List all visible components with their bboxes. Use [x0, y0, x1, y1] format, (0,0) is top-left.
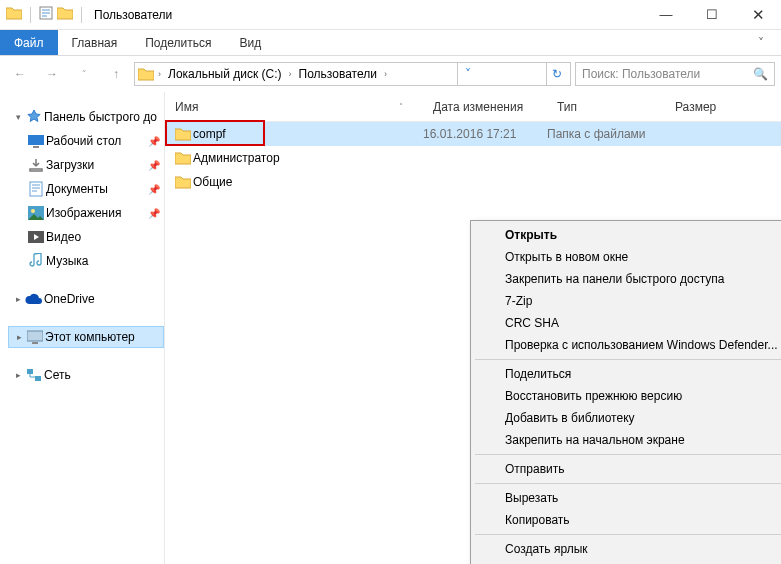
videos-icon	[26, 231, 46, 243]
menu-item-share[interactable]: Поделиться›	[473, 363, 781, 385]
menu-item-restore-version[interactable]: Восстановить прежнюю версию	[473, 385, 781, 407]
menu-separator	[475, 359, 781, 360]
pc-icon	[25, 330, 45, 344]
menu-item-cut[interactable]: Вырезать	[473, 487, 781, 509]
pin-icon: 📌	[148, 184, 160, 195]
menu-item-add-library[interactable]: Добавить в библиотеку›	[473, 407, 781, 429]
folder-icon	[165, 175, 193, 189]
address-dropdown-icon[interactable]: ˅	[457, 63, 479, 85]
sidebar-item-this-pc[interactable]: ▸ Этот компьютер	[8, 326, 164, 348]
folder-icon	[137, 67, 155, 81]
quick-access[interactable]: ▾ Панель быстрого до	[8, 106, 164, 128]
svg-rect-1	[28, 135, 44, 145]
documents-icon	[26, 181, 46, 197]
sidebar-item-videos[interactable]: Видео	[8, 226, 164, 248]
tab-file[interactable]: Файл	[0, 30, 58, 55]
column-size[interactable]: Размер	[665, 100, 745, 114]
sidebar-item-music[interactable]: Музыка	[8, 250, 164, 272]
file-pane: Имя˄ Дата изменения Тип Размер compf 16.…	[165, 92, 781, 564]
breadcrumb-folder[interactable]: Пользователи	[295, 63, 381, 85]
sidebar-item-desktop[interactable]: Рабочий стол 📌	[8, 130, 164, 152]
nav-tree: ▾ Панель быстрого до Рабочий стол 📌 Загр…	[0, 92, 165, 564]
pin-icon: 📌	[148, 208, 160, 219]
sidebar-item-documents[interactable]: Документы 📌	[8, 178, 164, 200]
expand-icon[interactable]: ▸	[12, 370, 24, 380]
context-menu: Открыть Открыть в новом окне Закрепить н…	[470, 220, 781, 564]
expand-icon[interactable]: ▸	[13, 332, 25, 342]
network-icon	[24, 368, 44, 382]
column-name[interactable]: Имя˄	[165, 100, 423, 114]
svg-rect-2	[33, 146, 39, 148]
address-bar[interactable]: › Локальный диск (C:) › Пользователи › ˅…	[134, 62, 571, 86]
maximize-button[interactable]: ☐	[689, 0, 735, 30]
column-date[interactable]: Дата изменения	[423, 100, 547, 114]
search-input[interactable]: Поиск: Пользователи 🔍	[575, 62, 775, 86]
menu-item-create-shortcut[interactable]: Создать ярлык	[473, 538, 781, 560]
menu-item-pin-start[interactable]: Закрепить на начальном экране	[473, 429, 781, 451]
menu-item-7zip[interactable]: 7-Zip›	[473, 290, 781, 312]
file-row[interactable]: Общие	[165, 170, 781, 194]
menu-item-copy[interactable]: Копировать	[473, 509, 781, 531]
expand-icon[interactable]: ▾	[12, 112, 24, 122]
menu-item-send-to[interactable]: Отправить›	[473, 458, 781, 480]
separator	[30, 7, 31, 23]
nav-history-dropdown[interactable]: ˅	[70, 60, 98, 88]
ribbon-tabs: Файл Главная Поделиться Вид ˅	[0, 30, 781, 56]
search-placeholder: Поиск: Пользователи	[582, 67, 700, 81]
sidebar-item-downloads[interactable]: Загрузки 📌	[8, 154, 164, 176]
refresh-button[interactable]: ↻	[546, 63, 568, 85]
svg-rect-9	[27, 369, 33, 374]
ribbon-toggle-icon[interactable]: ˅	[741, 30, 781, 55]
onedrive-icon	[24, 293, 44, 305]
folder-icon	[165, 127, 193, 141]
pin-icon: 📌	[148, 160, 160, 171]
tab-home[interactable]: Главная	[58, 30, 132, 55]
menu-item-delete[interactable]: Удалить	[473, 560, 781, 564]
file-date: 16.01.2016 17:21	[423, 127, 547, 141]
sidebar-item-pictures[interactable]: Изображения 📌	[8, 202, 164, 224]
music-icon	[26, 253, 46, 269]
tab-share[interactable]: Поделиться	[131, 30, 225, 55]
menu-item-pin-quick-access[interactable]: Закрепить на панели быстрого доступа	[473, 268, 781, 290]
sidebar-item-onedrive[interactable]: ▸ OneDrive	[8, 288, 164, 310]
column-type[interactable]: Тип	[547, 100, 665, 114]
nav-back-button[interactable]: ←	[6, 60, 34, 88]
close-button[interactable]: ✕	[735, 0, 781, 30]
desktop-icon	[26, 134, 46, 148]
svg-rect-8	[32, 342, 38, 344]
search-icon: 🔍	[753, 67, 768, 81]
menu-item-open-new-window[interactable]: Открыть в новом окне	[473, 246, 781, 268]
nav-bar: ← → ˅ ↑ › Локальный диск (C:) › Пользова…	[0, 56, 781, 92]
menu-item-crc-sha[interactable]: CRC SHA›	[473, 312, 781, 334]
file-name: Администратор	[193, 151, 423, 165]
svg-point-5	[31, 209, 35, 213]
pin-icon: 📌	[148, 136, 160, 147]
nav-up-button[interactable]: ↑	[102, 60, 130, 88]
column-headers: Имя˄ Дата изменения Тип Размер	[165, 92, 781, 122]
nav-forward-button[interactable]: →	[38, 60, 66, 88]
file-row[interactable]: Администратор	[165, 146, 781, 170]
quick-access-label: Панель быстрого до	[44, 110, 157, 124]
downloads-icon	[26, 158, 46, 172]
title-bar: Пользователи — ☐ ✕	[0, 0, 781, 30]
breadcrumb-drive[interactable]: Локальный диск (C:)	[164, 63, 286, 85]
svg-rect-7	[27, 331, 43, 341]
chevron-right-icon[interactable]: ›	[286, 69, 295, 79]
folder-icon-small	[57, 6, 73, 23]
tab-view[interactable]: Вид	[225, 30, 275, 55]
chevron-right-icon[interactable]: ›	[381, 69, 390, 79]
menu-item-defender[interactable]: Проверка с использованием Windows Defend…	[473, 334, 781, 356]
minimize-button[interactable]: —	[643, 0, 689, 30]
star-icon	[24, 109, 44, 125]
menu-item-open[interactable]: Открыть	[473, 224, 781, 246]
file-row[interactable]: compf 16.01.2016 17:21 Папка с файлами	[165, 122, 781, 146]
folder-icon	[165, 151, 193, 165]
menu-separator	[475, 454, 781, 455]
menu-separator	[475, 483, 781, 484]
chevron-right-icon[interactable]: ›	[155, 69, 164, 79]
sidebar-item-network[interactable]: ▸ Сеть	[8, 364, 164, 386]
qat-properties-icon[interactable]	[39, 6, 53, 23]
file-name: compf	[193, 127, 423, 141]
expand-icon[interactable]: ▸	[12, 294, 24, 304]
file-name: Общие	[193, 175, 423, 189]
